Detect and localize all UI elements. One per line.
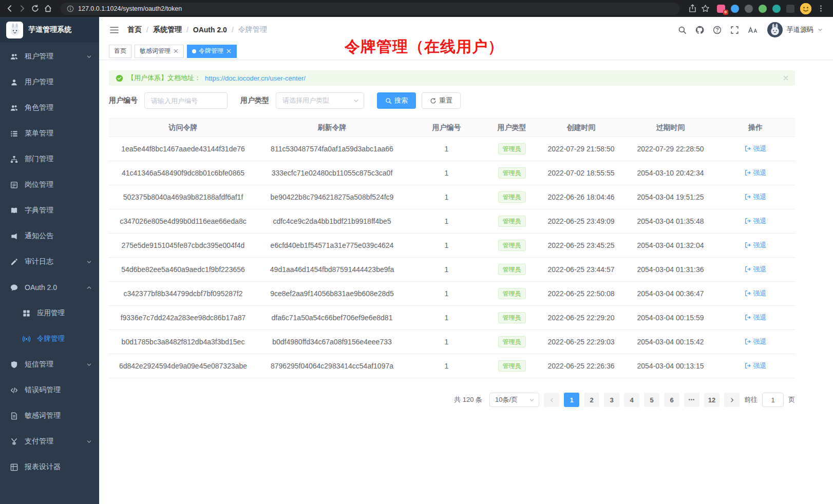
sidebar-item-oauth2[interactable]: OAuth 2.0 (0, 275, 99, 300)
check-circle-icon (116, 74, 123, 82)
user-menu[interactable]: 芋道源码 (767, 22, 823, 37)
force-logout-button[interactable]: 强退 (745, 337, 767, 346)
sidebar-item-dict[interactable]: 字典管理 (0, 198, 99, 223)
breadcrumb-system[interactable]: 系统管理 (153, 25, 182, 34)
force-logout-button[interactable]: 强退 (745, 265, 767, 274)
force-logout-label: 强退 (753, 265, 767, 274)
browser-forward-icon[interactable] (18, 4, 27, 13)
sidebar-item-notice[interactable]: 通知公告 (0, 223, 99, 249)
help-icon[interactable] (713, 26, 722, 34)
search-icon[interactable] (678, 26, 687, 34)
page-size-select[interactable]: 10条/页 (489, 393, 539, 407)
url-text[interactable]: 127.0.0.1:1024/system/oauth2/token (78, 5, 182, 12)
prev-page-button[interactable] (544, 393, 559, 407)
user-id-input[interactable] (144, 92, 228, 109)
extension-icon[interactable] (759, 5, 767, 13)
search-button[interactable]: 搜索 (377, 92, 416, 109)
sidebar-item-menu[interactable]: 菜单管理 (0, 121, 99, 146)
page-button-4[interactable]: 4 (624, 393, 639, 407)
extension-icon[interactable] (786, 5, 794, 13)
app-logo[interactable]: 芋道管理系统 (0, 17, 99, 43)
sidebar-item-audit-log[interactable]: 审计日志 (0, 249, 99, 275)
force-logout-icon (745, 266, 751, 273)
sidebar-item-post[interactable]: 岗位管理 (0, 172, 99, 198)
extension-icon[interactable] (772, 5, 781, 13)
page-button-6[interactable]: 6 (664, 393, 679, 407)
sidebar-item-tenant[interactable]: 租户管理 (0, 44, 99, 69)
sidebar-item-oauth2-app[interactable]: 应用管理 (0, 300, 99, 326)
user-type-select[interactable]: 请选择用户类型 (276, 92, 364, 109)
yuan-icon (10, 438, 18, 445)
sidebar-item-role[interactable]: 角色管理 (0, 95, 99, 121)
extension-icon[interactable] (745, 5, 753, 13)
next-page-button[interactable] (724, 393, 740, 407)
font-size-icon[interactable] (748, 26, 759, 34)
select-placeholder: 请选择用户类型 (282, 96, 329, 105)
sidebar-item-errorcode[interactable]: 错误码管理 (0, 377, 99, 403)
col-expire-time: 过期时间 (625, 119, 716, 137)
sidebar-item-report-designer[interactable]: 报表设计器 (0, 454, 99, 480)
page-button-2[interactable]: 2 (584, 393, 599, 407)
sidebar-item-sensitive-word[interactable]: 敏感词管理 (0, 403, 99, 429)
user-type-cell: 管理员 (486, 330, 537, 354)
force-logout-button[interactable]: 强退 (745, 144, 767, 153)
user-id-cell: 1 (407, 306, 486, 330)
force-logout-button[interactable]: 强退 (745, 217, 767, 226)
reset-button[interactable]: 重置 (422, 92, 461, 109)
user-type-tag: 管理员 (498, 240, 526, 251)
browser-back-icon[interactable] (5, 4, 14, 13)
github-icon[interactable] (695, 26, 704, 34)
sidebar-item-oauth2-token[interactable]: 令牌管理 (0, 326, 99, 352)
page-button-5[interactable]: 5 (644, 393, 659, 407)
breadcrumb-oauth2[interactable]: OAuth 2.0 (193, 26, 227, 34)
fullscreen-icon[interactable] (730, 26, 739, 34)
address-bar[interactable]: 127.0.0.1:1024/system/oauth2/token (61, 3, 680, 15)
tab-home[interactable]: 首页 (109, 45, 131, 58)
extension-icon[interactable]: 0 (717, 5, 725, 13)
browser-reload-icon[interactable] (31, 4, 40, 13)
hamburger-icon[interactable] (109, 25, 119, 35)
share-icon[interactable] (688, 4, 697, 13)
access-token-cell: c347026e805e4d99b0d116eae66eda8c (109, 209, 257, 234)
force-logout-button[interactable]: 强退 (745, 192, 767, 202)
sidebar-item-pay[interactable]: 支付管理 (0, 429, 99, 454)
document-icon (10, 412, 18, 420)
close-icon[interactable] (173, 48, 179, 54)
force-logout-label: 强退 (753, 168, 767, 178)
force-logout-button[interactable]: 强退 (745, 313, 767, 322)
tab-token[interactable]: 令牌管理 (187, 45, 237, 58)
pagination-more-button[interactable]: ••• (684, 393, 699, 407)
col-refresh-token: 刷新令牌 (257, 119, 407, 137)
site-info-icon[interactable] (67, 5, 74, 12)
doc-link[interactable]: https://doc.iocoder.cn/user-center/ (205, 74, 306, 82)
page-button-3[interactable]: 3 (604, 393, 619, 407)
extension-icon[interactable] (731, 5, 739, 13)
tab-sensitive-word[interactable]: 敏感词管理 (135, 45, 184, 58)
sidebar-item-user[interactable]: 用户管理 (0, 69, 99, 95)
access-token-cell: 275e5de9151045fe87cbdc395e004f4d (109, 234, 257, 258)
code-icon (10, 386, 18, 394)
user-id-cell: 1 (407, 282, 486, 306)
user-type-tag: 管理员 (498, 264, 526, 275)
force-logout-button[interactable]: 强退 (745, 168, 767, 178)
browser-profile-avatar[interactable] (800, 3, 811, 14)
close-icon[interactable] (783, 75, 789, 81)
bookmark-star-icon[interactable] (701, 4, 710, 13)
sidebar-item-dept[interactable]: 部门管理 (0, 146, 99, 172)
goto-unit-label: 页 (788, 395, 795, 404)
force-logout-button[interactable]: 强退 (745, 241, 767, 250)
page-button-1[interactable]: 1 (564, 393, 579, 407)
goto-page-input[interactable] (762, 393, 784, 407)
browser-menu-icon[interactable] (817, 5, 825, 12)
force-logout-icon (745, 338, 751, 345)
browser-home-icon[interactable] (44, 4, 52, 13)
force-logout-button[interactable]: 强退 (745, 361, 767, 371)
user-type-tag: 管理员 (498, 167, 526, 179)
action-cell: 强退 (716, 185, 795, 209)
force-logout-button[interactable]: 强退 (745, 289, 767, 298)
sidebar-item-sms[interactable]: 短信管理 (0, 352, 99, 377)
close-icon[interactable] (226, 48, 232, 54)
page-button-12[interactable]: 12 (704, 393, 720, 407)
breadcrumb-home[interactable]: 首页 (127, 25, 142, 34)
expire-time-cell: 2054-03-04 19:51:25 (625, 185, 716, 209)
